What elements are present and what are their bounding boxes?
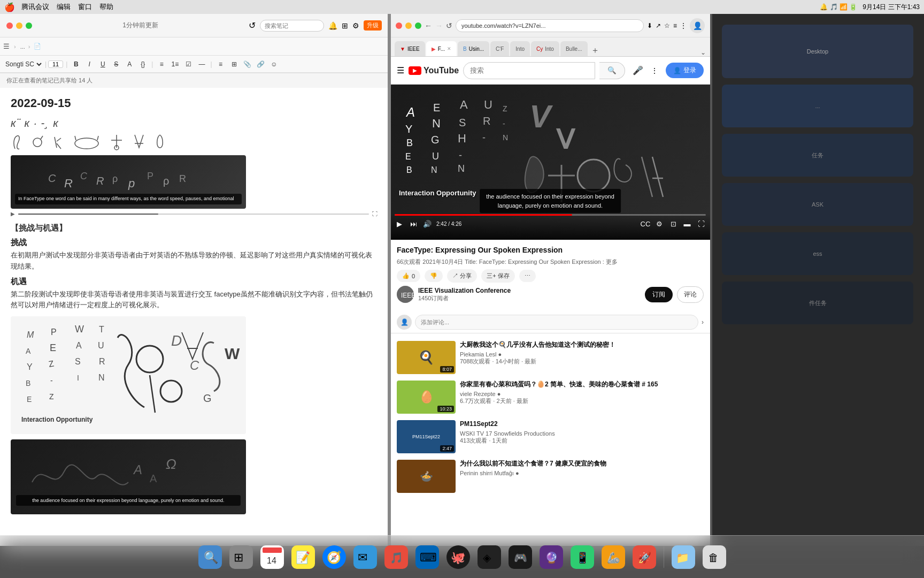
tab-bulle[interactable]: Bulle... <box>560 41 588 56</box>
emoji-button[interactable]: ☺ <box>268 58 280 70</box>
strikethrough-button[interactable]: S <box>110 58 122 70</box>
font-size-input[interactable] <box>48 60 63 68</box>
browser-maximize[interactable] <box>415 22 421 29</box>
menubar-tencent[interactable]: 腾讯会议 <box>21 2 49 12</box>
yt-settings-icon[interactable]: ⋮ <box>651 66 658 75</box>
underline-button[interactable]: U <box>97 58 109 70</box>
dock-finder2[interactable]: 📁 <box>669 543 697 571</box>
sidebar-block-2[interactable]: ... <box>722 85 913 127</box>
download-icon[interactable]: ⬇ <box>647 22 652 29</box>
yt-like-button[interactable]: 👍 0 <box>397 270 420 282</box>
dock-calendar[interactable]: 14 <box>258 543 286 571</box>
yt-search-input[interactable] <box>463 62 595 79</box>
sidebar-toggle-icon[interactable]: ☰ <box>3 42 10 50</box>
tab-into1[interactable]: Into <box>510 41 530 56</box>
dock-github[interactable]: 🐙 <box>444 543 472 571</box>
yt-menu-icon[interactable]: ☰ <box>397 65 404 75</box>
video-thumbnail-1[interactable]: C R C R ρ р P ρ R In FaceType one word c… <box>11 155 246 209</box>
yt-next-button[interactable]: ⏭ <box>409 219 418 229</box>
dock-app3[interactable]: 🦾 <box>599 543 627 571</box>
forward-button[interactable]: → <box>435 21 443 30</box>
yt-more-button[interactable]: ⋯ <box>519 270 536 282</box>
dock-unity[interactable]: ◈ <box>475 543 503 571</box>
yt-dislike-button[interactable]: 👎 <box>425 270 443 282</box>
minimize-button[interactable] <box>16 22 22 29</box>
dock-finder[interactable]: 🔍 <box>196 543 224 571</box>
yt-volume-button[interactable]: 🔊 <box>422 219 432 229</box>
address-bar[interactable] <box>456 19 644 32</box>
bell-icon[interactable]: 🔔 <box>328 21 337 30</box>
yt-mic-icon[interactable]: 🎤 <box>633 65 643 75</box>
maximize-button[interactable] <box>26 22 32 29</box>
yt-settings-video-button[interactable]: ⚙ <box>654 219 664 229</box>
browser-close[interactable] <box>396 22 402 29</box>
yt-progress-bar[interactable] <box>395 214 706 216</box>
dock-mail[interactable]: ✉ <box>351 543 379 571</box>
readerview-icon[interactable]: ≡ <box>673 22 677 29</box>
yt-video-player[interactable]: A Y B E B E N G U N A S H - N U R <box>390 85 710 240</box>
yt-save-button[interactable]: 三+ 保存 <box>481 269 514 283</box>
more-button[interactable]: ⋮ <box>680 22 687 29</box>
dock-vscode[interactable]: ⌨ <box>413 543 441 571</box>
fullscreen-icon[interactable]: ⛶ <box>372 211 378 217</box>
tab-using[interactable]: B Usin... <box>458 41 489 56</box>
yt-caption-button[interactable]: CC <box>641 219 650 229</box>
dock-launchpad[interactable]: ⊞ <box>227 543 255 571</box>
sidebar-block-3[interactable]: 任务 <box>722 134 913 177</box>
yt-search-button[interactable]: 🔍 <box>599 62 625 79</box>
note-search-input[interactable] <box>260 20 324 32</box>
link-button[interactable]: 🔗 <box>255 58 267 70</box>
menubar-edit[interactable]: 编辑 <box>57 2 71 12</box>
profile-avatar[interactable]: 👤 <box>690 18 705 33</box>
yt-comment-field[interactable] <box>415 315 698 330</box>
rec-item-1[interactable]: 🍳 8:07 大厨教我这个🍳几乎没有人告他知道这个测试的秘密！ Piekamia… <box>390 338 710 377</box>
apple-menu[interactable]: 🍎 <box>4 2 15 12</box>
sync-icon[interactable]: ↺ <box>249 20 256 31</box>
align-button[interactable]: ≡ <box>215 58 227 70</box>
yt-share-button[interactable]: ↗ 分享 <box>447 269 477 283</box>
bookmark-icon[interactable]: ☆ <box>664 22 670 29</box>
rec-item-3[interactable]: PM11Sept22 2:47 PM11Sept22 WSKI TV 17 Sn… <box>390 417 710 457</box>
bullet-list-button[interactable]: ≡ <box>156 58 167 70</box>
grid-icon[interactable]: ⊞ <box>342 21 348 30</box>
tab-cf[interactable]: C'F <box>490 41 509 56</box>
yt-controls[interactable]: ▶ ⏭ 🔊 2:42 / 4:26 CC ⚙ ⊡ ▬ ⛶ <box>390 214 710 240</box>
dock-unity2[interactable]: 🎮 <box>506 543 534 571</box>
numbered-list-button[interactable]: 1≡ <box>169 58 181 70</box>
yt-comment-button[interactable]: 评论 <box>677 286 704 303</box>
doc-icon[interactable]: 📄 <box>34 43 41 50</box>
dock-music[interactable]: 🎵 <box>382 543 410 571</box>
divider-button[interactable]: — <box>196 58 207 70</box>
youtube-container[interactable]: ☰ ▶ YouTube 🔍 🎤 ⋮ 👤 登录 A <box>390 57 710 546</box>
upgrade-button[interactable]: 升级 <box>364 20 382 31</box>
share-icon[interactable]: ↗ <box>656 22 661 29</box>
back-button[interactable]: ← <box>425 21 432 30</box>
sidebar-block-4[interactable]: ASK <box>722 183 913 226</box>
sidebar-block-6[interactable]: 件任务 <box>722 282 913 324</box>
bold-button[interactable]: B <box>70 58 82 70</box>
tab-facetype[interactable]: ▶ F... ✕ <box>426 41 457 56</box>
play-icon[interactable]: ▶ <box>11 211 15 217</box>
yt-channel-name[interactable]: IEEE Visualization Conference <box>418 287 511 294</box>
yt-miniplayer-button[interactable]: ⊡ <box>668 219 678 229</box>
note-content[interactable]: 2022-09-15 к ̈ к · - ̧ к C <box>0 88 388 546</box>
tab-overflow-button[interactable]: ⌄ <box>700 49 706 56</box>
dock-trash[interactable]: 🗑 <box>700 543 728 571</box>
dock-app1[interactable]: 🔮 <box>537 543 565 571</box>
rec-item-2[interactable]: 🥚 10:23 你家里有春心菜和鸡蛋吗？🥚2 简单、快速、美味的卷心菜食谱 # … <box>390 377 710 417</box>
tab-close-icon[interactable]: ✕ <box>447 46 451 51</box>
yt-play-button[interactable]: ▶ <box>395 219 404 229</box>
gear-icon[interactable]: ⚙ <box>352 21 359 30</box>
yt-subscribe-button[interactable]: 订阅 <box>645 287 673 302</box>
tab-cy-into[interactable]: Cy Into <box>531 41 559 56</box>
font-family-select[interactable]: Songti SC <box>3 60 43 69</box>
checklist-button[interactable]: ☑ <box>182 58 194 70</box>
new-tab-button[interactable]: ＋ <box>591 45 599 56</box>
video-controls-1[interactable]: ▶ ⛶ <box>11 211 378 217</box>
menubar-help[interactable]: 帮助 <box>99 2 113 12</box>
video-large-bottom[interactable]: A A Ω the audience focused on their expr… <box>11 439 246 514</box>
reload-button[interactable]: ↺ <box>446 21 452 30</box>
dock-notes[interactable]: 📝 <box>289 543 317 571</box>
sidebar-block-1[interactable]: Desktop <box>722 25 913 78</box>
dock-rocket[interactable]: 🚀 <box>630 543 658 571</box>
